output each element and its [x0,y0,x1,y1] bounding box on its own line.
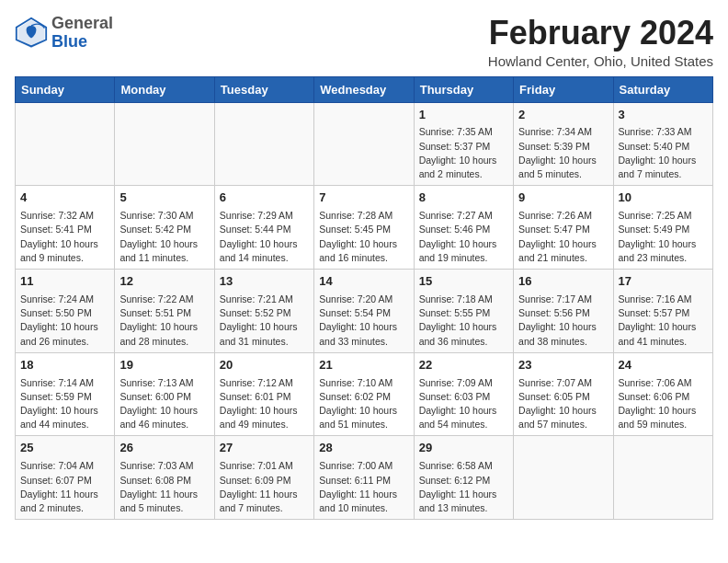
day-content: Sunset: 5:49 PM [619,223,708,236]
day-number: 8 [419,190,508,207]
calendar-cell: 17Sunrise: 7:16 AMSunset: 5:57 PMDayligh… [613,270,712,353]
day-number: 17 [619,273,708,291]
calendar-cell: 8Sunrise: 7:27 AMSunset: 5:46 PMDaylight… [414,186,513,270]
calendar-cell [214,102,313,186]
day-content: Daylight: 10 hours [220,404,309,418]
day-content: and 2 minutes. [419,167,508,181]
calendar-cell: 20Sunrise: 7:12 AMSunset: 6:01 PMDayligh… [214,352,313,436]
day-content: Sunrise: 7:01 AM [220,459,309,473]
day-number: 14 [319,273,408,291]
calendar-cell: 11Sunrise: 7:24 AMSunset: 5:50 PMDayligh… [16,270,115,353]
day-number: 9 [518,190,608,207]
day-content: Sunrise: 7:28 AM [319,209,408,223]
day-content: and 54 minutes. [419,418,508,431]
day-content: Daylight: 11 hours [419,488,508,501]
day-content: Sunrise: 7:06 AM [619,376,708,390]
day-content: Sunset: 6:03 PM [419,390,508,404]
day-content: and 9 minutes. [20,251,109,265]
day-content: Daylight: 11 hours [220,488,309,501]
day-content: Sunrise: 7:04 AM [20,459,109,473]
day-number: 19 [119,357,209,374]
day-content: Sunrise: 7:14 AM [20,376,109,390]
day-content: Daylight: 11 hours [20,488,109,501]
page-header: General Blue February 2024 Howland Cente… [15,15,713,69]
day-content: and 10 minutes. [319,501,408,515]
day-content: Sunset: 5:45 PM [319,223,408,236]
col-header-wednesday: Wednesday [314,76,414,102]
day-content: Daylight: 10 hours [119,320,209,334]
day-content: and 16 minutes. [319,251,408,265]
day-content: Daylight: 10 hours [619,320,708,334]
day-number: 4 [20,190,109,207]
day-content: Sunset: 5:46 PM [419,223,508,236]
day-content: Sunrise: 7:29 AM [220,209,309,223]
day-content: Sunset: 6:01 PM [220,390,309,404]
day-content: and 7 minutes. [220,501,309,515]
day-content: Sunrise: 7:35 AM [419,125,508,139]
day-content: Sunrise: 7:17 AM [518,293,608,306]
calendar-cell: 22Sunrise: 7:09 AMSunset: 6:03 PMDayligh… [414,352,513,436]
logo-icon [15,17,48,50]
day-content: and 19 minutes. [419,251,508,265]
day-number: 21 [319,357,408,374]
calendar-cell: 21Sunrise: 7:10 AMSunset: 6:02 PMDayligh… [314,352,414,436]
calendar-cell: 16Sunrise: 7:17 AMSunset: 5:56 PMDayligh… [514,270,613,353]
day-content: and 33 minutes. [319,335,408,349]
day-content: Sunset: 5:41 PM [20,223,109,236]
day-number: 16 [518,273,608,291]
day-content: Sunset: 5:54 PM [319,306,408,320]
day-content: and 59 minutes. [619,418,708,431]
calendar-cell: 14Sunrise: 7:20 AMSunset: 5:54 PMDayligh… [314,270,414,353]
day-content: and 11 minutes. [119,251,209,265]
logo-text: General Blue [51,15,113,52]
day-content: Sunrise: 7:33 AM [619,125,708,139]
day-content: Daylight: 10 hours [319,320,408,334]
calendar-cell: 26Sunrise: 7:03 AMSunset: 6:08 PMDayligh… [115,436,214,520]
calendar-cell: 15Sunrise: 7:18 AMSunset: 5:55 PMDayligh… [414,270,513,353]
day-content: and 13 minutes. [419,501,508,515]
location: Howland Center, Ohio, United States [488,53,713,69]
day-number: 6 [220,190,309,207]
calendar-cell: 18Sunrise: 7:14 AMSunset: 5:59 PMDayligh… [16,352,115,436]
day-content: Sunrise: 7:20 AM [319,293,408,306]
calendar-cell: 25Sunrise: 7:04 AMSunset: 6:07 PMDayligh… [16,436,115,520]
day-content: Sunset: 6:00 PM [119,390,209,404]
day-number: 28 [319,440,408,457]
month-year: February 2024 [488,15,713,52]
day-number: 11 [20,273,109,291]
day-number: 15 [419,273,508,291]
day-content: Daylight: 10 hours [319,237,408,251]
col-header-saturday: Saturday [613,76,712,102]
calendar-table: SundayMondayTuesdayWednesdayThursdayFrid… [15,76,713,521]
col-header-tuesday: Tuesday [214,76,313,102]
day-content: Sunset: 5:44 PM [220,223,309,236]
day-content: Sunset: 6:09 PM [220,474,309,488]
day-content: and 23 minutes. [619,251,708,265]
day-content: Sunset: 6:06 PM [619,390,708,404]
day-content: Daylight: 10 hours [419,154,508,167]
day-content: Sunrise: 7:22 AM [119,293,209,306]
logo: General Blue [15,15,113,52]
day-content: and 31 minutes. [220,335,309,349]
day-number: 25 [20,440,109,457]
day-number: 29 [419,440,508,457]
column-headers: SundayMondayTuesdayWednesdayThursdayFrid… [16,76,713,102]
calendar-cell: 7Sunrise: 7:28 AMSunset: 5:45 PMDaylight… [314,186,414,270]
calendar-cell: 2Sunrise: 7:34 AMSunset: 5:39 PMDaylight… [514,102,613,186]
day-content: Daylight: 10 hours [119,404,209,418]
calendar-cell: 28Sunrise: 7:00 AMSunset: 6:11 PMDayligh… [314,436,414,520]
day-content: Daylight: 10 hours [20,320,109,334]
day-content: Sunrise: 7:24 AM [20,293,109,306]
day-content: Sunset: 6:12 PM [419,474,508,488]
day-content: Sunset: 5:42 PM [119,223,209,236]
week-row-2: 4Sunrise: 7:32 AMSunset: 5:41 PMDaylight… [16,186,713,270]
day-number: 26 [119,440,209,457]
calendar-cell: 19Sunrise: 7:13 AMSunset: 6:00 PMDayligh… [115,352,214,436]
day-content: Daylight: 10 hours [319,404,408,418]
calendar-cell: 27Sunrise: 7:01 AMSunset: 6:09 PMDayligh… [214,436,313,520]
day-content: and 28 minutes. [119,335,209,349]
day-content: and 38 minutes. [518,335,608,349]
day-content: Daylight: 10 hours [220,237,309,251]
calendar-cell [514,436,613,520]
calendar-cell [613,436,712,520]
